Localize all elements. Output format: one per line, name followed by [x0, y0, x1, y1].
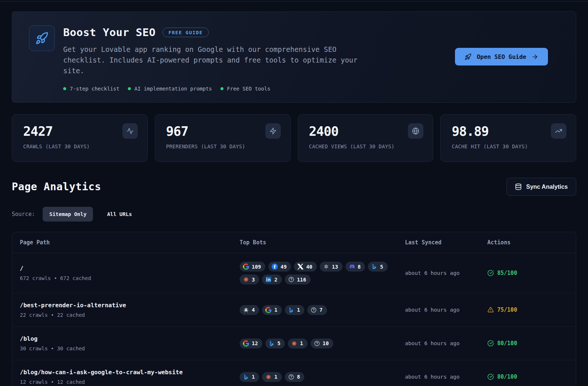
stat-value: 2400 — [309, 124, 424, 139]
bing-icon — [269, 340, 275, 347]
refresh-button[interactable] — [527, 340, 534, 347]
bot-badge-list: 1 1 8 — [240, 372, 401, 382]
seo-guide-banner: Boost Your SEO FREE GUIDE Get your Lovab… — [12, 11, 576, 103]
stat-value: 2427 — [23, 124, 138, 139]
bot-badge[interactable]: 1 — [285, 305, 304, 315]
trending-up-icon — [555, 127, 562, 135]
rocket-tile — [29, 25, 55, 51]
cta-label: Open SEO Guide — [477, 53, 526, 60]
refresh-button[interactable] — [527, 307, 534, 314]
free-guide-badge: FREE GUIDE — [162, 28, 208, 37]
feature-item: 7-step checklist — [63, 86, 119, 92]
bot-badge[interactable]: 3 — [240, 275, 259, 284]
arrow-right-icon — [531, 53, 538, 60]
header-actions: Actions — [487, 239, 568, 246]
bot-count: 7 — [319, 307, 322, 313]
bot-count: 5 — [380, 264, 383, 270]
refresh-button[interactable] — [527, 270, 534, 277]
page-path: /blog — [20, 335, 240, 342]
bot-count: 1 — [274, 374, 277, 380]
table-row[interactable]: / 672 crawls • 672 cached 109 49 40 13 8… — [12, 253, 576, 293]
bot-count: 1 — [252, 374, 255, 380]
source-option-all-urls[interactable]: All URLs — [100, 207, 138, 222]
bot-badge[interactable]: 5 — [368, 262, 387, 272]
bot-badge[interactable]: 2 — [262, 275, 282, 284]
zap-icon — [269, 127, 277, 135]
bot-badge[interactable]: 8 — [285, 372, 304, 382]
page-path: /best-prerender-io-alternative — [20, 302, 240, 309]
stat-icon-tile — [122, 123, 138, 139]
stat-label: CACHED VIEWS (LAST 30 DAYS) — [309, 144, 424, 149]
sync-analytics-label: Sync Analytics — [526, 184, 568, 190]
open-seo-guide-button[interactable]: Open SEO Guide — [455, 48, 548, 65]
green-dot-icon — [63, 87, 66, 90]
bot-badge[interactable]: 7 — [307, 305, 327, 315]
crawl-meta: 672 crawls • 672 cached — [20, 275, 240, 281]
crawl-meta: 12 crawls • 12 cached — [20, 379, 240, 385]
bot-badge[interactable]: 116 — [285, 275, 311, 284]
bot-count: 8 — [297, 374, 300, 380]
bot-badge[interactable]: 12 — [240, 339, 262, 348]
bing-icon — [371, 263, 377, 270]
anthropic-icon — [265, 374, 272, 380]
stat-label: PRERENDERS (LAST 30 DAYS) — [166, 144, 281, 149]
page-path: /blog/how-can-i-ask-google-to-crawl-my-w… — [20, 369, 240, 376]
bot-count: 109 — [252, 264, 261, 270]
table-row[interactable]: /best-prerender-io-alternative 22 crawls… — [12, 293, 576, 326]
stat-value: 98.89 — [452, 124, 566, 139]
seo-score: 80/100 — [487, 373, 517, 380]
bot-count: 2 — [274, 277, 277, 283]
bot-badge-list: 12 5 1 10 — [240, 339, 401, 348]
bot-badge[interactable]: 10 — [311, 339, 333, 348]
bot-badge[interactable]: 1 — [262, 305, 282, 315]
source-row: Source: Sitemap OnlyAll URLs — [12, 207, 576, 222]
bot-badge[interactable]: 49 — [268, 262, 291, 272]
bot-badge[interactable]: 4 — [240, 305, 259, 315]
bot-count: 4 — [252, 307, 255, 313]
stat-icon-tile — [551, 123, 566, 139]
sync-analytics-button[interactable]: Sync Analytics — [506, 178, 576, 196]
linkedin-icon — [265, 276, 272, 283]
stat-cards: 2427 CRAWLS (LAST 30 DAYS) 967 PRERENDER… — [12, 114, 576, 162]
stat-icon-tile — [265, 123, 281, 139]
table-row[interactable]: /blog 30 crawls • 30 cached 12 5 1 10 ab… — [12, 326, 576, 360]
crawl-meta: 30 crawls • 30 cached — [20, 346, 240, 351]
feature-list: 7-step checklist AI implementation promp… — [63, 86, 563, 92]
anthropic-icon — [243, 276, 249, 283]
source-option-sitemap-only[interactable]: Sitemap Only — [43, 207, 93, 222]
unknown-icon — [311, 307, 317, 313]
bot-badge[interactable]: 5 — [265, 339, 285, 348]
bing-icon — [243, 374, 249, 380]
feature-item: AI implementation prompts — [128, 86, 212, 92]
bot-badge[interactable]: 8 — [345, 262, 365, 272]
bot-badge[interactable]: 13 — [320, 262, 343, 272]
discord-icon — [349, 263, 355, 270]
page-analytics-table: Page Path Top Bots Last Synced Actions /… — [12, 232, 576, 386]
header-top-bots: Top Bots — [240, 239, 405, 246]
bot-badge[interactable]: 1 — [288, 339, 307, 348]
spider-icon — [243, 307, 249, 313]
bot-count: 40 — [306, 264, 312, 270]
table-row[interactable]: /blog/how-can-i-ask-google-to-crawl-my-w… — [12, 360, 576, 386]
check-circle-icon — [487, 270, 494, 276]
bot-badge[interactable]: 1 — [262, 372, 282, 382]
source-toggle: Sitemap OnlyAll URLs — [43, 207, 139, 222]
check-circle-icon — [487, 373, 494, 380]
bot-count: 5 — [277, 340, 280, 346]
refresh-button[interactable] — [527, 373, 534, 380]
unknown-icon — [314, 340, 320, 347]
feature-label: Free SEO tools — [227, 86, 270, 92]
stat-card: 967 PRERENDERS (LAST 30 DAYS) — [155, 114, 291, 162]
header-page-path: Page Path — [20, 239, 240, 246]
google-icon — [265, 307, 272, 313]
warning-icon — [487, 307, 494, 313]
top-divider — [0, 1, 588, 1]
x-twitter-icon — [297, 263, 304, 270]
openai-icon — [323, 263, 329, 270]
bot-badge[interactable]: 40 — [294, 262, 317, 272]
green-dot-icon — [128, 87, 131, 90]
bot-badge[interactable]: 1 — [240, 372, 259, 382]
bot-badge[interactable]: 109 — [240, 262, 265, 272]
google-icon — [243, 340, 249, 347]
unknown-icon — [288, 276, 294, 283]
